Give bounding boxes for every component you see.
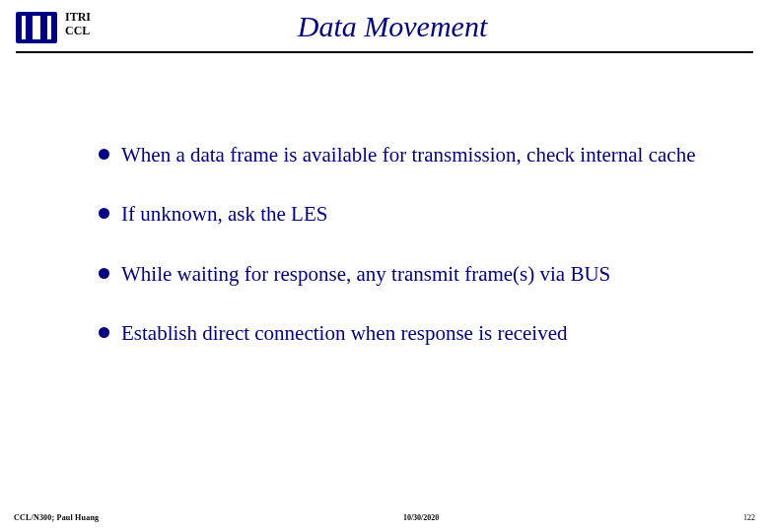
slide-footer: CCL/N300; Paul Huang 10/30/2020 122 <box>0 513 769 522</box>
list-item: When a data frame is available for trans… <box>99 142 710 167</box>
svg-rect-3 <box>33 16 40 39</box>
bullet-text: While waiting for response, any transmit… <box>121 261 610 287</box>
org-line-1: ITRI <box>65 10 91 24</box>
logo-block: ITRI CCL <box>16 10 91 45</box>
org-line-2: CCL <box>65 24 91 37</box>
slide-content: When a data frame is available for trans… <box>0 53 769 346</box>
list-item: If unknown, ask the LES <box>99 201 710 227</box>
svg-rect-6 <box>43 16 47 39</box>
bullet-text: Establish direct connection when respons… <box>121 320 568 346</box>
bullet-icon <box>99 268 109 279</box>
org-text: ITRI CCL <box>65 10 91 38</box>
slide-header: ITRI CCL Data Movement <box>0 0 769 45</box>
bullet-text: When a data frame is available for trans… <box>121 142 695 167</box>
list-item: While waiting for response, any transmit… <box>99 261 710 287</box>
bullet-icon <box>99 208 109 219</box>
svg-rect-5 <box>26 16 30 39</box>
bullet-icon <box>99 327 109 338</box>
footer-page-number: 122 <box>743 513 755 522</box>
bullet-text: If unknown, ask the LES <box>121 201 327 227</box>
slide: ITRI CCL Data Movement When a data frame… <box>0 0 769 532</box>
bullet-icon <box>99 149 109 160</box>
footer-author: CCL/N300; Paul Huang <box>14 513 99 522</box>
footer-date: 10/30/2020 <box>403 513 439 522</box>
org-logo-icon <box>16 10 57 45</box>
slide-title: Data Movement <box>91 10 753 43</box>
list-item: Establish direct connection when respons… <box>99 320 710 346</box>
bullet-list: When a data frame is available for trans… <box>99 142 710 346</box>
